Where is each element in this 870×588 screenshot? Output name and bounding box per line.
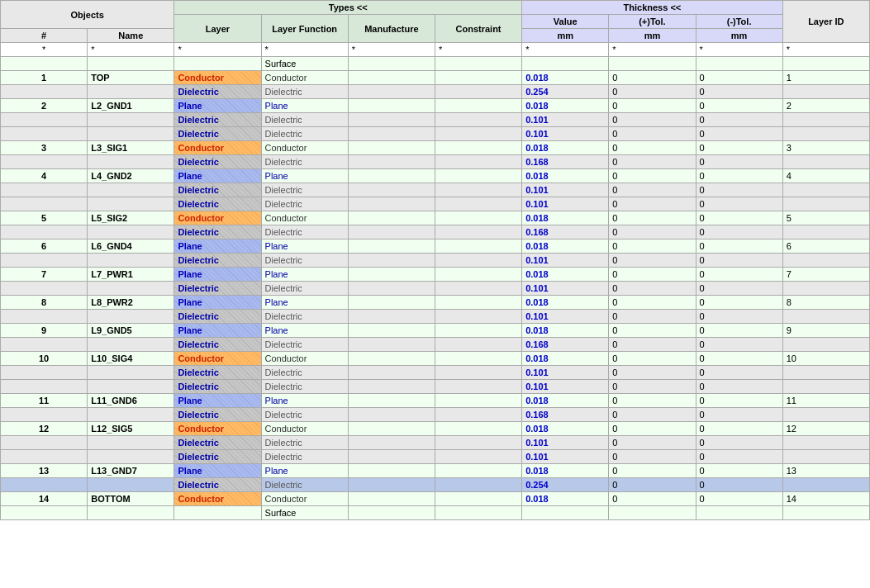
row-num [1,310,88,324]
row-layer-function: Dielectric [261,338,348,352]
row-manufacture [348,380,435,394]
row-layer: Dielectric [174,436,261,450]
row-manufacture [348,183,435,197]
row-minus-tol: 0 [696,225,782,239]
row-value: 0.101 [522,282,609,296]
table-row[interactable]: 4L4_GND2PlanePlane0.018004 [1,169,870,183]
table-row[interactable]: 12L12_SIG5ConductorConductor0.0180012 [1,422,870,436]
row-plus-tol: 0 [609,492,696,506]
filter-minus-tol: * [696,43,782,57]
table-row[interactable]: DielectricDielectric0.25400 [1,85,870,99]
row-value: 0.018 [522,211,609,225]
table-row[interactable]: 10L10_SIG4ConductorConductor0.0180010 [1,352,870,366]
row-layer-id [782,310,869,324]
table-row[interactable]: 14BOTTOMConductorConductor0.0180014 [1,492,870,506]
value-unit-header: mm [522,29,609,43]
row-minus-tol: 0 [696,85,782,99]
row-minus-tol [696,506,782,520]
table-row[interactable]: DielectricDielectric0.10100 [1,254,870,268]
table-row[interactable]: 6L6_GND4PlanePlane0.018006 [1,239,870,254]
row-layer-function: Conductor [261,211,348,225]
layer-function-header: Layer Function [261,15,348,43]
row-value: 0.018 [522,141,609,155]
row-layer: Dielectric [174,85,261,99]
table-row[interactable]: DielectricDielectric0.25400 [1,478,870,492]
table-row[interactable]: DielectricDielectric0.10100 [1,366,870,380]
row-num: 4 [1,169,88,183]
row-layer: Conductor [174,141,261,155]
row-layer-function: Dielectric [261,436,348,450]
row-minus-tol: 0 [696,296,782,310]
table-row[interactable]: Surface [1,506,870,520]
plus-tol-header: (+)Tol. [609,15,696,29]
table-row[interactable]: DielectricDielectric0.10100 [1,436,870,450]
row-layer-function: Dielectric [261,155,348,169]
row-num [1,282,88,296]
row-manufacture [348,85,435,99]
name-header: Name [88,29,174,43]
row-layer-id: 2 [782,99,869,113]
row-plus-tol: 0 [609,464,696,478]
table-row[interactable]: 11L11_GND6PlanePlane0.0180011 [1,394,870,408]
row-minus-tol: 0 [696,450,782,464]
row-layer: Dielectric [174,254,261,268]
row-manufacture [348,127,435,141]
objects-header: Objects [1,1,174,29]
table-row[interactable]: DielectricDielectric0.10100 [1,183,870,197]
row-num [1,506,88,520]
table-row[interactable]: DielectricDielectric0.10100 [1,197,870,211]
row-layer: Dielectric [174,282,261,296]
manufacture-header: Manufacture [348,15,435,43]
row-plus-tol: 0 [609,408,696,422]
table-row[interactable]: 2L2_GND1PlanePlane0.018002 [1,99,870,113]
table-row[interactable]: 5L5_SIG2ConductorConductor0.018005 [1,211,870,225]
table-row[interactable]: 13L13_GND7PlanePlane0.0180013 [1,464,870,478]
row-manufacture [348,366,435,380]
row-layer: Plane [174,296,261,310]
row-constraint [435,71,521,85]
table-row[interactable]: DielectricDielectric0.16800 [1,338,870,352]
table-row[interactable]: DielectricDielectric0.10100 [1,113,870,127]
table-row[interactable]: DielectricDielectric0.10100 [1,282,870,296]
row-layer-id [782,506,869,520]
row-num [1,478,88,492]
row-name [88,85,174,99]
table-row[interactable]: 3L3_SIG1ConductorConductor0.018003 [1,141,870,155]
table-row[interactable]: 8L8_PWR2PlanePlane0.018008 [1,296,870,310]
row-layer-function: Dielectric [261,408,348,422]
row-name: L3_SIG1 [88,141,174,155]
table-row[interactable]: DielectricDielectric0.10100 [1,450,870,464]
row-num: 9 [1,324,88,338]
row-name [88,450,174,464]
table-row[interactable]: 1TOPConductorConductor0.018001 [1,71,870,85]
row-plus-tol: 0 [609,183,696,197]
table-row[interactable]: DielectricDielectric0.10100 [1,310,870,324]
row-minus-tol: 0 [696,380,782,394]
row-minus-tol: 0 [696,394,782,408]
table-row[interactable]: DielectricDielectric0.16800 [1,408,870,422]
table-row[interactable]: DielectricDielectric0.10100 [1,127,870,141]
row-num: 2 [1,99,88,113]
row-minus-tol: 0 [696,99,782,113]
table-row[interactable]: DielectricDielectric0.16800 [1,225,870,239]
row-constraint [435,127,521,141]
row-constraint [435,254,521,268]
table-row[interactable]: 7L7_PWR1PlanePlane0.018007 [1,268,870,282]
row-layer: Plane [174,99,261,113]
filter-constraint: * [435,43,521,57]
table-row[interactable]: DielectricDielectric0.16800 [1,155,870,169]
row-layer: Conductor [174,422,261,436]
row-constraint [435,99,521,113]
row-plus-tol: 0 [609,155,696,169]
table-row[interactable]: 9L9_GND5PlanePlane0.018009 [1,324,870,338]
row-layer: Dielectric [174,366,261,380]
row-manufacture [348,99,435,113]
row-layer-function: Plane [261,99,348,113]
table-row[interactable]: Surface [1,57,870,71]
row-layer-id [782,450,869,464]
row-num [1,380,88,394]
row-name [88,282,174,296]
table-row[interactable]: DielectricDielectric0.10100 [1,380,870,394]
row-constraint [435,85,521,99]
row-plus-tol: 0 [609,113,696,127]
